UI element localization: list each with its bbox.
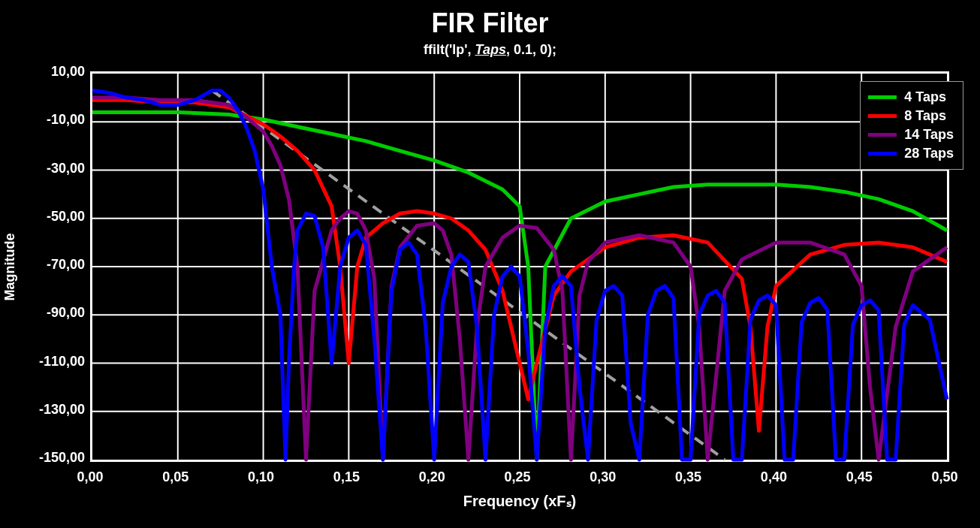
x-tick: 0,10 — [248, 469, 274, 485]
plot-svg — [92, 74, 947, 460]
legend-swatch — [868, 133, 897, 137]
legend-swatch — [868, 152, 897, 155]
y-tick: -50,00 — [47, 208, 85, 224]
legend: 4 Taps8 Taps14 Taps28 Taps — [860, 81, 963, 170]
x-tick: 0,40 — [761, 469, 787, 485]
legend-item: 28 Taps — [868, 146, 954, 161]
y-tick: -150,00 — [39, 450, 85, 466]
x-axis-label: Frequency (xFₛ) — [90, 492, 949, 510]
plot-area — [90, 71, 949, 462]
x-tick: 0,30 — [590, 469, 616, 485]
x-tick: 0,15 — [333, 469, 360, 485]
x-tick: 0,05 — [162, 469, 188, 485]
y-tick: -30,00 — [47, 160, 85, 176]
x-tick: 0,50 — [931, 469, 957, 485]
x-tick: 0,00 — [77, 469, 103, 485]
legend-swatch — [868, 114, 897, 118]
legend-item: 8 Taps — [868, 108, 954, 124]
legend-label: 8 Taps — [904, 108, 946, 124]
legend-label: 14 Taps — [904, 127, 954, 143]
x-tick: 0,20 — [419, 469, 445, 485]
x-tick: 0,35 — [675, 469, 701, 485]
y-axis-label: Magnitude — [0, 71, 19, 462]
fir-filter-chart: FIR Filter ffilt('lp', Taps, 0.1, 0); 0,… — [0, 0, 980, 528]
subtitle-pre: ffilt('lp', — [424, 42, 475, 57]
legend-label: 28 Taps — [904, 146, 954, 161]
y-tick: -130,00 — [39, 401, 85, 417]
chart-title: FIR Filter — [0, 8, 980, 39]
y-tick: -70,00 — [47, 257, 85, 273]
y-tick: 10,00 — [51, 64, 85, 80]
y-tick: -10,00 — [47, 112, 85, 128]
legend-label: 4 Taps — [904, 89, 946, 105]
legend-swatch — [868, 95, 897, 99]
subtitle-taps: Taps — [475, 42, 506, 57]
legend-item: 14 Taps — [868, 127, 954, 143]
grid-lines — [92, 74, 947, 460]
y-tick: -110,00 — [39, 353, 85, 369]
subtitle-post: , 0.1, 0); — [506, 42, 556, 57]
y-tick: -90,00 — [47, 305, 85, 321]
x-tick: 0,25 — [504, 469, 530, 485]
x-tick: 0,45 — [846, 469, 873, 485]
chart-subtitle: ffilt('lp', Taps, 0.1, 0); — [0, 42, 980, 58]
legend-item: 4 Taps — [868, 89, 954, 105]
